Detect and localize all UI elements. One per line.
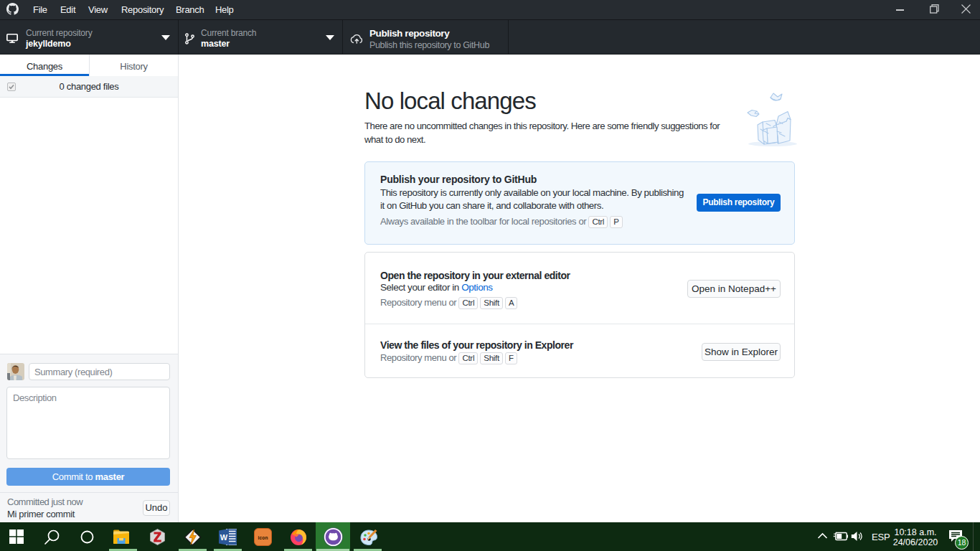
svg-text:W: W bbox=[220, 533, 228, 542]
